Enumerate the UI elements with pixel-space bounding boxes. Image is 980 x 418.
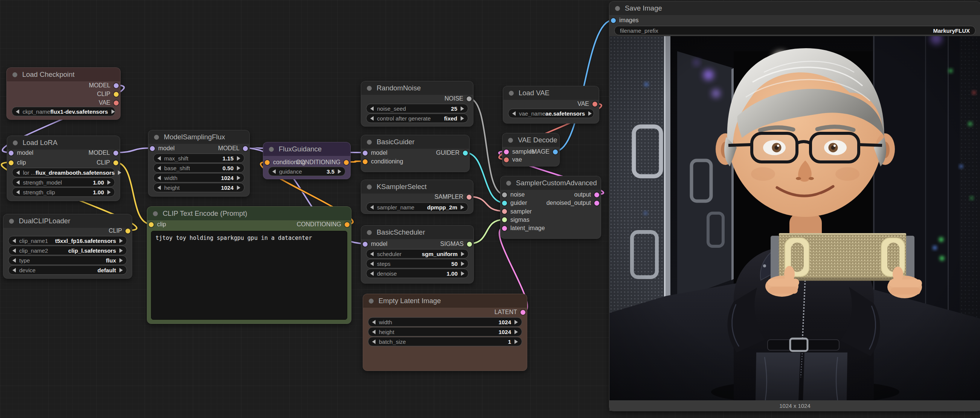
increment-arrow-icon[interactable] [237, 166, 240, 170]
collapse-dot-icon[interactable] [13, 72, 18, 77]
widget-scheduler[interactable]: schedulersgm_uniform [366, 249, 469, 259]
increment-arrow-icon[interactable] [237, 175, 240, 180]
node-header-load_lora[interactable]: Load LoRA [7, 136, 120, 149]
decrement-arrow-icon[interactable] [370, 205, 374, 209]
node-header-random_noise[interactable]: RandomNoise [361, 81, 473, 95]
increment-arrow-icon[interactable] [514, 320, 518, 324]
decrement-arrow-icon[interactable] [13, 268, 16, 272]
increment-arrow-icon[interactable] [119, 248, 123, 253]
decrement-arrow-icon[interactable] [158, 185, 161, 190]
widget-clip-name2[interactable]: clip_name2clip_l.safetensors [8, 246, 127, 255]
widget-guidance[interactable]: guidance3.5 [268, 167, 345, 176]
node-header-vae_decode[interactable]: VAE Decode [503, 133, 559, 147]
widget-strength-model[interactable]: strength_model1.00 [12, 178, 115, 187]
node-load_lora[interactable]: Load LoRAmodelMODELclipCLIPlor ...flux_d… [7, 135, 120, 201]
increment-arrow-icon[interactable] [107, 190, 111, 194]
output-port-MODEL[interactable] [113, 151, 118, 156]
collapse-dot-icon[interactable] [269, 147, 274, 152]
wire-load_lora-model_sampling_flux[interactable] [115, 148, 152, 153]
widget-max-shift[interactable]: max_shift1.15 [153, 154, 245, 163]
node-sampler_custom_advanced[interactable]: SamplerCustomAdvancednoiseoutputguiderde… [500, 176, 601, 239]
widget-width[interactable]: width1024 [368, 318, 522, 327]
node-model_sampling_flux[interactable]: ModelSamplingFluxmodelMODELmax_shift1.15… [148, 130, 250, 197]
node-ksampler_select[interactable]: KSamplerSelectSAMPLERsampler_namedpmpp_2… [361, 180, 473, 214]
widget-strength-clip[interactable]: strength_clip1.00 [12, 188, 115, 197]
node-vae_decode[interactable]: VAE DecodesamplesIMAGEvae [502, 133, 560, 167]
output-port-MODEL[interactable] [243, 146, 248, 151]
output-port-IMAGE[interactable] [553, 149, 558, 154]
node-header-ksampler_select[interactable]: KSamplerSelect [361, 180, 473, 194]
input-port-sampler[interactable] [502, 209, 507, 214]
widget-sampler-name[interactable]: sampler_namedpmpp_2m [366, 203, 468, 212]
increment-arrow-icon[interactable] [111, 109, 115, 114]
wire-ksampler_select-sampler_custom_advanced[interactable] [469, 197, 504, 211]
output-port-MODEL[interactable] [114, 83, 119, 88]
node-header-save_image[interactable]: Save Image [609, 2, 980, 15]
collapse-dot-icon[interactable] [369, 299, 374, 304]
input-port-model[interactable] [150, 146, 155, 151]
widget-ckpt-name[interactable]: ckpt_nameflux1-dev.safetensors [12, 107, 115, 116]
decrement-arrow-icon[interactable] [16, 170, 19, 175]
collapse-dot-icon[interactable] [154, 135, 159, 140]
collapse-dot-icon[interactable] [615, 6, 620, 11]
input-port-noise[interactable] [502, 192, 507, 197]
output-port-SAMPLER[interactable] [467, 195, 471, 200]
node-save_image[interactable]: Save Imageimagesfilename_prefixMarkuryFL… [609, 1, 980, 411]
decrement-arrow-icon[interactable] [370, 261, 374, 266]
increment-arrow-icon[interactable] [461, 271, 465, 276]
input-port-model[interactable] [9, 151, 14, 156]
input-port-conditioning[interactable] [265, 160, 270, 165]
input-port-vae[interactable] [504, 157, 509, 162]
widget-width[interactable]: width1024 [153, 173, 245, 183]
decrement-arrow-icon[interactable] [16, 180, 19, 184]
input-port-sigmas[interactable] [502, 217, 507, 222]
node-clip_text_encode[interactable]: CLIP Text Encode (Prompt)clipCONDITIONIN… [147, 207, 352, 324]
widget-vae-name[interactable]: vae_nameae.safetensors [508, 109, 594, 118]
collapse-dot-icon[interactable] [367, 140, 372, 145]
input-port-latent_image[interactable] [502, 226, 507, 231]
decrement-arrow-icon[interactable] [158, 175, 161, 180]
widget-clip-name1[interactable]: clip_name1t5xxl_fp16.safetensors [8, 236, 127, 246]
widget-device[interactable]: devicedefault [8, 265, 127, 275]
node-header-model_sampling_flux[interactable]: ModelSamplingFlux [148, 130, 249, 144]
node-header-sampler_custom_advanced[interactable]: SamplerCustomAdvanced [501, 176, 601, 190]
output-port-CLIP[interactable] [114, 92, 119, 97]
decrement-arrow-icon[interactable] [372, 320, 375, 324]
output-port-GUIDER[interactable] [463, 151, 468, 156]
output-port-CLIP[interactable] [113, 161, 118, 165]
decrement-arrow-icon[interactable] [370, 251, 374, 256]
increment-arrow-icon[interactable] [461, 116, 464, 121]
output-port-CONDITIONING[interactable] [345, 222, 350, 227]
widget-control-after-generate[interactable]: control after generatefixed [366, 114, 468, 123]
widget-height[interactable]: height1024 [368, 327, 522, 337]
widget-batch-size[interactable]: batch_size1 [368, 337, 522, 346]
input-port-conditioning[interactable] [363, 159, 368, 164]
increment-arrow-icon[interactable] [119, 268, 123, 272]
decrement-arrow-icon[interactable] [272, 169, 276, 173]
decrement-arrow-icon[interactable] [16, 109, 19, 114]
widget-lor-[interactable]: lor ...flux_dreambooth.safetensors [12, 168, 115, 177]
collapse-dot-icon[interactable] [9, 219, 14, 224]
node-load_checkpoint[interactable]: Load CheckpointMODELCLIPVAEckpt_nameflux… [6, 67, 121, 120]
decrement-arrow-icon[interactable] [372, 339, 375, 344]
decrement-arrow-icon[interactable] [370, 116, 374, 121]
increment-arrow-icon[interactable] [237, 185, 240, 190]
collapse-dot-icon[interactable] [506, 181, 511, 186]
increment-arrow-icon[interactable] [461, 251, 465, 256]
collapse-dot-icon[interactable] [367, 230, 372, 235]
input-port-model[interactable] [363, 242, 368, 247]
node-header-basic_scheduler[interactable]: BasicScheduler [361, 226, 473, 239]
node-header-load_checkpoint[interactable]: Load Checkpoint [7, 68, 120, 81]
node-random_noise[interactable]: RandomNoiseNOISEnoise_seed25control afte… [361, 81, 473, 127]
input-port-samples[interactable] [504, 149, 509, 154]
collapse-dot-icon[interactable] [367, 184, 372, 189]
increment-arrow-icon[interactable] [514, 329, 518, 334]
widget-noise-seed[interactable]: noise_seed25 [366, 104, 468, 113]
decrement-arrow-icon[interactable] [512, 111, 515, 116]
widget-base-shift[interactable]: base_shift0.50 [153, 164, 245, 173]
output-port-output[interactable] [594, 192, 599, 197]
collapse-dot-icon[interactable] [153, 211, 158, 216]
node-header-empty_latent[interactable]: Empty Latent Image [363, 294, 527, 308]
node-header-flux_guidance[interactable]: FluxGuidance [263, 142, 350, 156]
increment-arrow-icon[interactable] [107, 180, 111, 184]
